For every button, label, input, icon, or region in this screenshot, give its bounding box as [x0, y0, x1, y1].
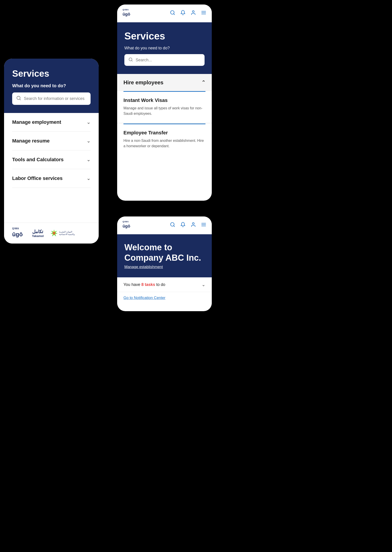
- svg-line-14: [132, 60, 133, 61]
- bottom-nav-bar: QIWA ūgō: [117, 216, 212, 234]
- card-title-employee-transfer: Employee Transfer: [123, 130, 205, 136]
- menu-label-labor: Labor Office services: [12, 175, 63, 181]
- svg-text:ūgō: ūgō: [123, 224, 130, 229]
- chevron-down-icon-2: ⌄: [86, 138, 91, 144]
- bottom-hero: Welcome to Company ABC Inc. Manage estab…: [117, 234, 212, 277]
- left-footer: QIWA ūgō تكامل Takamol الموارد البشرية و…: [4, 222, 99, 244]
- search-nav-icon[interactable]: [170, 10, 175, 17]
- menu-label-manage-employment: Manage employment: [12, 119, 61, 125]
- chevron-down-icon-3: ⌄: [86, 157, 91, 163]
- tasks-count: 8 tasks: [141, 282, 155, 287]
- hire-employees-header[interactable]: Hire employees ⌃: [117, 74, 212, 91]
- tasks-row[interactable]: You have 8 tasks to do ⌄: [117, 277, 212, 292]
- hire-employees-title: Hire employees: [123, 79, 163, 86]
- left-hero: Services What do you need to do?: [4, 59, 99, 113]
- svg-line-1: [20, 99, 21, 100]
- card-desc-employee-transfer: Hire a non-Saudi from another establishm…: [123, 138, 205, 149]
- right-top-search-box[interactable]: [124, 54, 204, 66]
- tasks-section: You have 8 tasks to do ⌄ Go to Notificat…: [117, 277, 212, 304]
- bottom-user-nav-icon[interactable]: [191, 222, 196, 229]
- hrsd-text: الموارد البشرية والتنمية الاجتماعية: [59, 231, 75, 236]
- chevron-down-icon-1: ⌄: [86, 119, 91, 125]
- right-top-title: Services: [124, 30, 204, 42]
- hire-section: Hire employees ⌃ Instant Work Visas Mana…: [117, 74, 212, 155]
- bottom-nav-icons-group: [170, 222, 206, 229]
- service-card-employee-transfer[interactable]: Employee Transfer Hire a non-Saudi from …: [117, 124, 212, 155]
- bottom-nav-ugo-label: ūgō: [123, 223, 134, 230]
- go-to-notification-center-link[interactable]: Go to Notification Center: [123, 296, 165, 300]
- bell-nav-icon[interactable]: [180, 10, 186, 17]
- svg-line-8: [174, 14, 175, 15]
- chevron-up-icon: ⌃: [201, 79, 205, 86]
- svg-line-17: [174, 226, 175, 227]
- svg-point-5: [53, 232, 55, 235]
- right-bottom-phone: QIWA ūgō: [117, 216, 212, 311]
- qiwa-logo: QIWA ūgō: [12, 227, 26, 239]
- hrsd-logo: الموارد البشرية والتنمية الاجتماعية: [50, 229, 75, 237]
- card-title-instant-visas: Instant Work Visas: [123, 97, 205, 103]
- bottom-menu-nav-icon[interactable]: [201, 222, 206, 229]
- menu-label-tools: Tools and Calculators: [12, 157, 63, 163]
- right-top-hero: Services What do you need to do?: [117, 22, 212, 74]
- left-menu: Manage employment ⌄ Manage resume ⌄ Tool…: [4, 113, 99, 188]
- bottom-nav-qiwa-logo: QIWA ūgō: [123, 221, 134, 230]
- nav-icons-group: [170, 10, 206, 17]
- bottom-nav-qiwa-label: QIWA: [123, 221, 129, 223]
- left-search-input[interactable]: [24, 96, 86, 101]
- bottom-welcome-title: Welcome to Company ABC Inc.: [124, 242, 204, 263]
- bottom-search-nav-icon[interactable]: [170, 222, 175, 229]
- hrsd-star-icon: [50, 229, 58, 237]
- left-phone: Services What do you need to do? Manage …: [4, 59, 99, 244]
- right-top-phone: QIWA ūgō: [117, 5, 212, 201]
- notification-center-section: Go to Notification Center: [117, 292, 212, 304]
- takamol-logo: تكامل Takamol: [32, 229, 44, 238]
- menu-nav-icon[interactable]: [201, 10, 206, 17]
- tasks-text: You have 8 tasks to do: [123, 282, 165, 287]
- bottom-bell-nav-icon[interactable]: [180, 222, 186, 229]
- user-nav-icon[interactable]: [191, 10, 196, 17]
- chevron-down-icon-4: ⌄: [86, 175, 91, 181]
- takamol-latin-text: Takamol: [32, 234, 44, 238]
- menu-label-manage-resume: Manage resume: [12, 138, 49, 144]
- nav-qiwa-logo: QIWA ūgō: [123, 8, 134, 18]
- left-search-box[interactable]: [12, 93, 91, 105]
- nav-qiwa-label: QIWA: [123, 8, 129, 11]
- right-top-subtitle: What do you need to do?: [124, 46, 204, 50]
- ugo-label: ūgō: [12, 230, 26, 239]
- card-desc-instant-visas: Manage and issue all types of work visas…: [123, 106, 205, 116]
- menu-item-manage-employment[interactable]: Manage employment ⌄: [12, 113, 91, 132]
- service-card-instant-visas[interactable]: Instant Work Visas Manage and issue all …: [117, 91, 212, 123]
- search-icon: [16, 96, 21, 102]
- right-top-search-input[interactable]: [136, 58, 201, 63]
- tasks-chevron-icon: ⌄: [202, 282, 205, 287]
- menu-item-labor-office[interactable]: Labor Office services ⌄: [12, 169, 91, 188]
- svg-text:ūgō: ūgō: [123, 12, 130, 16]
- manage-establishment-link[interactable]: Manage establishment: [124, 265, 163, 269]
- left-title: Services: [12, 69, 91, 79]
- nav-ugo-label: ūgō: [123, 11, 134, 18]
- top-nav-bar: QIWA ūgō: [117, 5, 212, 22]
- svg-point-18: [192, 222, 194, 224]
- svg-text:ūgō: ūgō: [12, 231, 23, 237]
- svg-point-9: [192, 11, 194, 12]
- menu-item-tools-calculators[interactable]: Tools and Calculators ⌄: [12, 151, 91, 169]
- search-icon-right: [128, 57, 133, 63]
- takamol-arabic-text: تكامل: [32, 229, 43, 234]
- qiwa-label: QIWA: [12, 227, 19, 230]
- left-subtitle: What do you need to do?: [12, 83, 91, 88]
- menu-item-manage-resume[interactable]: Manage resume ⌄: [12, 132, 91, 151]
